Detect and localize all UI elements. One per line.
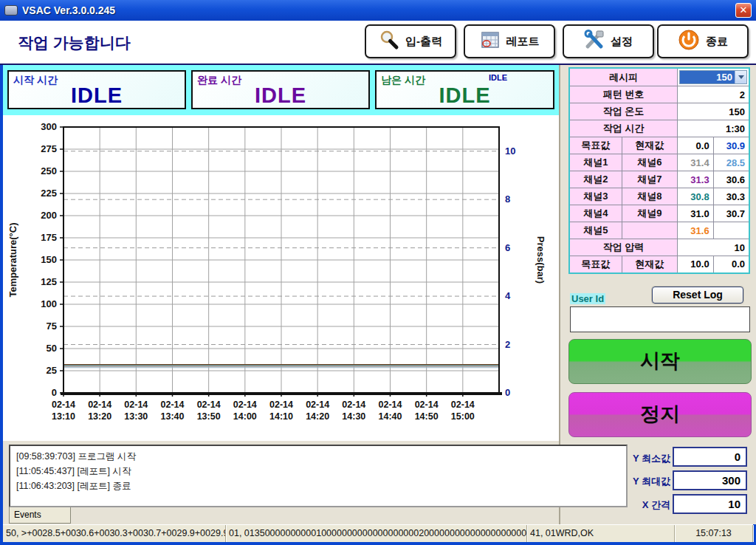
- exit-button-label: 종료: [706, 35, 728, 49]
- report-button-label: 레포트: [506, 35, 540, 49]
- recipe-table-row: 채널1채널631.428.5: [569, 154, 749, 171]
- svg-text:175: 175: [41, 232, 57, 243]
- svg-text:02-14: 02-14: [197, 400, 221, 410]
- svg-text:02-14: 02-14: [161, 400, 185, 410]
- status-bar: 50, >+0028.5+0030.6+0030.3+0030.7+0029.9…: [3, 524, 753, 542]
- start-button[interactable]: 시작: [568, 339, 752, 384]
- chevron-down-icon[interactable]: [735, 71, 746, 83]
- calendar-icon: [480, 30, 501, 53]
- recipe-table-label: 채널2: [569, 171, 622, 188]
- recipe-table-value: 10.0: [677, 256, 713, 273]
- event-log-line: [11:05:45:437] [레포트] 시작: [16, 464, 620, 479]
- end-time-value: IDLE: [193, 83, 368, 108]
- reset-log-button[interactable]: Reset Log: [652, 287, 743, 304]
- recipe-table-label: 채널6: [622, 154, 677, 171]
- svg-text:10: 10: [505, 145, 515, 157]
- svg-text:02-14: 02-14: [88, 400, 111, 410]
- remaining-time-badge: IDLE: [489, 73, 507, 82]
- recipe-table-value: 0.0: [713, 256, 749, 273]
- recipe-table-label: 채널1: [569, 154, 622, 171]
- close-button[interactable]: ✕: [735, 3, 752, 18]
- remaining-time-value: IDLE: [377, 83, 553, 108]
- svg-text:14:30: 14:30: [342, 411, 365, 422]
- events-log[interactable]: [09:58:39:703] 프로그램 시작[11:05:45:437] [레포…: [9, 445, 628, 507]
- tools-icon: [584, 30, 605, 53]
- recipe-dropdown-value: 150: [680, 71, 735, 83]
- svg-text:13:30: 13:30: [124, 411, 148, 422]
- status-strip: 시작 시간 IDLE 완료 시간 IDLE 남은 시간 IDLE IDLE: [3, 65, 559, 115]
- recipe-table-label: 작업 시간: [569, 120, 677, 137]
- recipe-table-label: 목표값: [569, 256, 622, 273]
- recipe-table-label: 채널7: [622, 171, 677, 188]
- recipe-table-label: [622, 222, 677, 239]
- svg-text:02-14: 02-14: [451, 400, 475, 410]
- y-max-label: Y 최대값: [613, 475, 670, 488]
- recipe-table: 레시피150패턴 번호2작업 온도150작업 시간1:30목표값현재값0.030…: [568, 67, 750, 274]
- recipe-table-row: 채널2채널731.330.6: [569, 171, 749, 188]
- recipe-table-row: 목표값현재값10.00.0: [569, 256, 749, 273]
- recipe-table-row: 작업 시간1:30: [569, 120, 749, 137]
- svg-text:14:10: 14:10: [269, 411, 293, 422]
- svg-text:300: 300: [41, 121, 57, 132]
- svg-text:02-14: 02-14: [379, 400, 402, 410]
- user-id-input[interactable]: [570, 306, 750, 332]
- statusbar-comm-status: 41, 01WRD,OK: [527, 525, 675, 542]
- svg-text:0: 0: [505, 387, 510, 398]
- recipe-table-row: 작업 온도150: [569, 103, 749, 120]
- exit-button[interactable]: 종료: [657, 24, 749, 58]
- remaining-time-box: 남은 시간 IDLE IDLE: [375, 70, 554, 109]
- recipe-table-value: 30.9: [713, 137, 749, 154]
- recipe-table-row: 목표값현재값0.030.9: [569, 137, 749, 154]
- svg-text:13:40: 13:40: [161, 411, 185, 422]
- header: 작업 가능합니다 입-출력 레포트 설정 종료: [0, 21, 756, 65]
- svg-text:14:20: 14:20: [306, 411, 329, 422]
- recipe-table-value: 31.3: [677, 171, 713, 188]
- start-time-value: IDLE: [9, 83, 185, 108]
- recipe-table-label: 목표값: [569, 137, 622, 154]
- recipe-table-value: 28.5: [713, 154, 749, 171]
- app-window: VSAC Ver.3.0.0.245 ✕ 작업 가능합니다 입-출력 레포트 설…: [0, 0, 756, 545]
- report-button[interactable]: 레포트: [464, 24, 555, 58]
- x-interval-input[interactable]: 10: [673, 494, 747, 514]
- recipe-table-label: 패턴 번호: [569, 86, 677, 103]
- recipe-table-row: 채널531.6: [569, 222, 749, 239]
- recipe-table-row: 채널4채널931.030.7: [569, 205, 749, 222]
- svg-text:0: 0: [52, 387, 57, 398]
- svg-text:275: 275: [41, 143, 57, 154]
- x-interval-label: X 간격: [613, 498, 670, 512]
- svg-text:13:20: 13:20: [88, 411, 111, 422]
- recipe-table-value: 30.8: [677, 188, 713, 205]
- stop-button[interactable]: 정지: [568, 392, 752, 437]
- svg-text:Temperature(°C): Temperature(°C): [7, 222, 18, 297]
- recipe-table-label: 채널4: [569, 205, 622, 222]
- recipe-table-value: 30.6: [713, 171, 749, 188]
- power-icon: [678, 29, 700, 54]
- svg-text:200: 200: [41, 210, 57, 221]
- end-time-box: 완료 시간 IDLE: [191, 70, 370, 109]
- recipe-table-row: 작업 압력10: [569, 239, 749, 256]
- svg-text:02-14: 02-14: [233, 400, 257, 410]
- settings-button-label: 설정: [611, 35, 633, 49]
- recipe-table-value: 150: [677, 103, 749, 120]
- recipe-table-label: 채널8: [622, 188, 677, 205]
- svg-text:50: 50: [47, 343, 57, 354]
- y-max-input[interactable]: 300: [673, 470, 747, 490]
- chart-panel: 0255075100125150175200225250275300024681…: [3, 115, 559, 441]
- user-id-label: User Id: [570, 293, 605, 304]
- recipe-table-label: 현재값: [622, 137, 677, 154]
- io-button[interactable]: 입-출력: [365, 24, 456, 58]
- events-tab[interactable]: Events: [9, 507, 71, 524]
- trend-chart: 0255075100125150175200225250275300024681…: [3, 115, 559, 441]
- svg-text:150: 150: [41, 254, 57, 265]
- recipe-table-value: 2: [677, 86, 749, 103]
- svg-text:14:00: 14:00: [233, 411, 257, 422]
- y-min-input[interactable]: 0: [673, 447, 747, 467]
- svg-text:Press(bar): Press(bar): [535, 236, 546, 284]
- settings-button[interactable]: 설정: [563, 24, 654, 58]
- recipe-table-label: 레시피: [569, 68, 677, 86]
- svg-text:75: 75: [47, 321, 57, 332]
- svg-text:02-14: 02-14: [124, 400, 148, 410]
- event-log-line: [09:58:39:703] 프로그램 시작: [16, 449, 620, 464]
- recipe-dropdown[interactable]: 150: [677, 68, 749, 86]
- svg-text:14:40: 14:40: [379, 411, 402, 422]
